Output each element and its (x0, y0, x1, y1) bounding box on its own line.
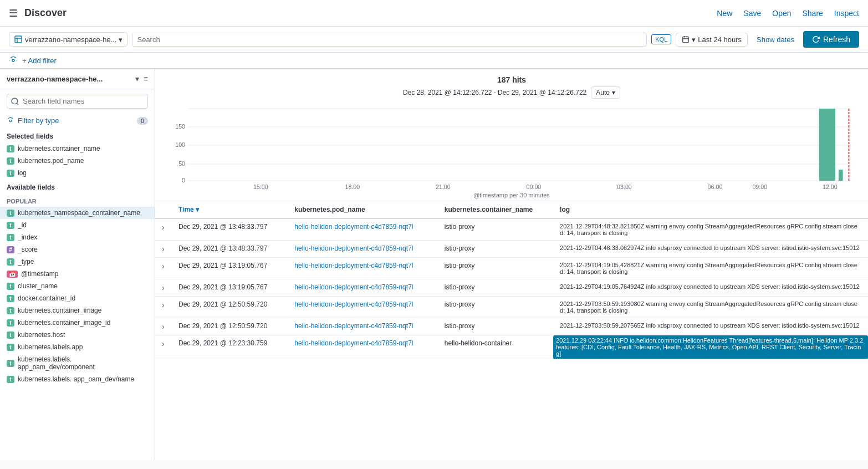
available-field-item[interactable]: tkubernetes.host (0, 329, 155, 341)
col-time[interactable]: Time ▾ (172, 201, 288, 218)
nav-share[interactable]: Share (803, 9, 823, 18)
field-type-badge: t (7, 157, 14, 165)
sidebar: verrazzano-namespace-he... ▾ ≡ Filter by… (0, 69, 155, 460)
svg-rect-21 (819, 109, 835, 181)
cell-log: 2021-12-29T04:19:05.764924Z info xdsprox… (553, 279, 868, 297)
table-row: ›Dec 29, 2021 @ 12:50:59.720hello-helido… (155, 318, 868, 335)
field-name: cluster_name (18, 282, 58, 290)
field-type-badge: t (7, 210, 14, 217)
cell-container: istio-proxy (438, 258, 553, 279)
table-row: ›Dec 29, 2021 @ 13:19:05.767hello-helido… (155, 258, 868, 279)
filter-row: + Add filter (0, 53, 868, 69)
field-name: _id (18, 221, 27, 229)
expand-button[interactable]: › (155, 279, 172, 297)
cell-log: 2021-12-29T04:19:05.428821Z warning envo… (553, 258, 868, 279)
field-name: _index (18, 233, 37, 241)
date-range: Dec 28, 2021 @ 14:12:26.722 - Dec 29, 20… (403, 89, 586, 96)
field-type-badge: 📅 (7, 271, 18, 278)
field-name: _type (18, 258, 34, 266)
cell-time: Dec 29, 2021 @ 13:48:33.797 (172, 241, 288, 258)
field-name: @timestamp (21, 270, 59, 278)
sidebar-index-name: verrazzano-namespace-he... (7, 75, 103, 83)
svg-rect-1 (683, 37, 689, 43)
hamburger-icon[interactable]: ☰ (9, 7, 18, 19)
field-type-badge: t (7, 319, 14, 327)
available-field-item[interactable]: #_score (0, 243, 155, 256)
available-field-item[interactable]: t_type (0, 256, 155, 268)
filter-type-icon (7, 117, 14, 125)
table-row: ›Dec 29, 2021 @ 13:19:05.767hello-helido… (155, 279, 868, 297)
available-field-item[interactable]: tdocker.container_id (0, 292, 155, 304)
field-type-badge: t (7, 344, 14, 351)
table-row: ›Dec 29, 2021 @ 13:48:33.797hello-helido… (155, 218, 868, 241)
chart-subtitle: @timestamp per 30 minutes (166, 192, 857, 201)
expand-button[interactable]: › (155, 318, 172, 335)
popular-field-item[interactable]: tkubernetes_namespace_container_name (0, 207, 155, 219)
histogram-area: 187 hits Dec 28, 2021 @ 14:12:26.722 - D… (155, 69, 868, 201)
edit-index-icon[interactable]: ≡ (144, 74, 148, 83)
cell-time: Dec 29, 2021 @ 12:50:59.720 (172, 318, 288, 335)
time-picker[interactable]: ▾ Last 24 hours (676, 33, 748, 47)
auto-select[interactable]: Auto ▾ (591, 86, 620, 99)
expand-button[interactable]: › (155, 297, 172, 318)
field-name: kubernetes.pod_name (18, 157, 84, 165)
kql-badge[interactable]: KQL (651, 34, 671, 44)
svg-point-2 (12, 59, 14, 62)
available-field-item[interactable]: t_index (0, 231, 155, 243)
app-title: Discover (24, 7, 67, 19)
col-log: log (553, 201, 868, 218)
selected-field-item[interactable]: tkubernetes.container_name (0, 142, 155, 155)
histogram-chart: 0 50 100 150 15:00 18:00 21:00 00:00 03:… (166, 103, 857, 192)
table-wrap[interactable]: Time ▾ kubernetes.pod_name kubernetes.co… (155, 201, 868, 460)
expand-button[interactable]: › (155, 218, 172, 241)
available-field-item[interactable]: tkubernetes.labels.app (0, 341, 155, 353)
filter-by-type[interactable]: Filter by type 0 (0, 113, 155, 128)
available-field-item[interactable]: 📅@timestamp (0, 268, 155, 280)
field-type-badge: t (7, 307, 14, 314)
calendar-icon (682, 35, 690, 43)
available-field-item[interactable]: t_id (0, 219, 155, 231)
svg-point-3 (9, 120, 12, 122)
svg-text:50: 50 (178, 160, 185, 167)
refresh-icon (812, 35, 820, 43)
nav-open[interactable]: Open (772, 9, 791, 18)
cell-container: istio-proxy (438, 241, 553, 258)
index-selector[interactable]: verrazzano-namespace-he... ▾ (9, 32, 127, 47)
field-name: kubernetes.container_image (18, 307, 101, 314)
available-field-item[interactable]: tkubernetes.container_image_id (0, 317, 155, 329)
selected-field-item[interactable]: tkubernetes.pod_name (0, 155, 155, 167)
search-fields-input[interactable] (7, 94, 148, 109)
search-input[interactable] (137, 35, 642, 44)
nav-save[interactable]: Save (743, 9, 761, 18)
table-body: ›Dec 29, 2021 @ 13:48:33.797hello-helido… (155, 218, 868, 359)
expand-button[interactable]: › (155, 335, 172, 359)
available-field-item[interactable]: tkubernetes.container_image (0, 304, 155, 317)
hits-count: 187 hits (166, 75, 857, 84)
available-fields-title: Available fields (0, 179, 155, 193)
available-field-item[interactable]: tkubernetes.labels. app_oam_dev/name (0, 373, 155, 385)
field-type-badge: t (7, 145, 14, 152)
main-layout: verrazzano-namespace-he... ▾ ≡ Filter by… (0, 69, 868, 460)
table-row: ›Dec 29, 2021 @ 12:50:59.720hello-helido… (155, 297, 868, 318)
available-field-item[interactable]: tcluster_name (0, 280, 155, 292)
chevron-down-icon3[interactable]: ▾ (135, 74, 139, 83)
cell-container: istio-proxy (438, 318, 553, 335)
svg-text:12:00: 12:00 (823, 183, 838, 190)
selected-field-item[interactable]: tlog (0, 167, 155, 179)
chevron-down-icon2: ▾ (692, 35, 696, 44)
filter-icon[interactable] (9, 56, 18, 65)
available-field-item[interactable]: tkubernetes.labels. app_oam_dev/componen… (0, 353, 155, 373)
field-name: log (18, 169, 27, 177)
cell-time: Dec 29, 2021 @ 12:23:30.759 (172, 335, 288, 359)
svg-rect-0 (15, 36, 22, 43)
nav-inspect[interactable]: Inspect (834, 9, 859, 18)
field-name: kubernetes.labels.app (18, 343, 83, 351)
expand-button[interactable]: › (155, 258, 172, 279)
top-nav: ☰ Discover New Save Open Share Inspect (0, 0, 868, 27)
expand-button[interactable]: › (155, 241, 172, 258)
refresh-button[interactable]: Refresh (803, 31, 859, 48)
add-filter-button[interactable]: + Add filter (22, 57, 57, 65)
selected-fields-list: tkubernetes.container_nametkubernetes.po… (0, 142, 155, 179)
nav-new[interactable]: New (717, 9, 732, 18)
show-dates-button[interactable]: Show dates (752, 33, 799, 46)
